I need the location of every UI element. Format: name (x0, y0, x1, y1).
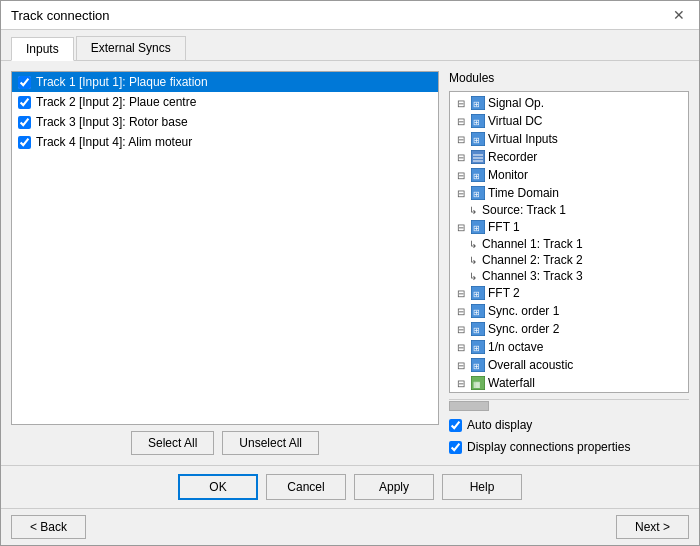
expand-icon[interactable]: ⊟ (454, 222, 468, 233)
module-icon-recorder (470, 149, 486, 165)
display-connections-row: Display connections properties (449, 439, 689, 455)
left-panel: Track 1 [Input 1]: Plaque fixation Track… (11, 71, 439, 455)
title-bar: Track connection ✕ (1, 1, 699, 30)
expand-icon[interactable]: ⊟ (454, 378, 468, 389)
auto-display-row: Auto display (449, 417, 689, 433)
svg-text:⊞: ⊞ (473, 344, 480, 353)
svg-text:⊞: ⊞ (473, 100, 480, 109)
ok-button[interactable]: OK (178, 474, 258, 500)
module-label-waterfall: Waterfall (488, 376, 535, 390)
display-connections-checkbox[interactable] (449, 441, 462, 454)
apply-button[interactable]: Apply (354, 474, 434, 500)
svg-text:▦: ▦ (473, 380, 481, 389)
track-checkbox-3[interactable] (18, 116, 31, 129)
auto-display-label: Auto display (467, 418, 532, 432)
close-button[interactable]: ✕ (669, 7, 689, 23)
svg-text:⊞: ⊞ (473, 308, 480, 317)
expand-icon[interactable]: ⊟ (454, 324, 468, 335)
track-checkbox-1[interactable] (18, 76, 31, 89)
track-item-1[interactable]: Track 1 [Input 1]: Plaque fixation (12, 72, 438, 92)
module-label-virtual-inputs: Virtual Inputs (488, 132, 558, 146)
tree-item-channel2-track2[interactable]: ↳ Channel 2: Track 2 (452, 252, 686, 268)
track-label-4: Track 4 [Input 4]: Alim moteur (36, 135, 192, 149)
modules-tree[interactable]: ⊟ ⊞ Signal Op. ⊟ ⊞ Virtual DC ⊟ ⊞ Virtua… (449, 91, 689, 393)
help-button[interactable]: Help (442, 474, 522, 500)
tree-item-channel3-track3[interactable]: ↳ Channel 3: Track 3 (452, 268, 686, 284)
track-list[interactable]: Track 1 [Input 1]: Plaque fixation Track… (11, 71, 439, 425)
next-button[interactable]: Next > (616, 515, 689, 539)
back-button[interactable]: < Back (11, 515, 86, 539)
svg-rect-6 (471, 150, 485, 164)
module-label-sync2: Sync. order 2 (488, 322, 559, 336)
unselect-all-button[interactable]: Unselect All (222, 431, 319, 455)
svg-text:⊞: ⊞ (473, 326, 480, 335)
module-label-virtual-dc: Virtual DC (488, 114, 542, 128)
track-checkbox-2[interactable] (18, 96, 31, 109)
module-label-time-domain: Time Domain (488, 186, 559, 200)
scrollbar-thumb[interactable] (449, 401, 489, 411)
expand-icon[interactable]: ⊟ (454, 98, 468, 109)
arrow-icon: ↳ (466, 239, 480, 250)
tree-item-octave[interactable]: ⊟ ⊞ 1/n octave (452, 338, 686, 356)
expand-icon[interactable]: ⊟ (454, 360, 468, 371)
svg-text:⊞: ⊞ (473, 362, 480, 371)
tree-item-overall-acoustic[interactable]: ⊟ ⊞ Overall acoustic (452, 356, 686, 374)
expand-icon[interactable]: ⊟ (454, 306, 468, 317)
track-action-buttons: Select All Unselect All (11, 431, 439, 455)
bottom-buttons: OK Cancel Apply Help (1, 465, 699, 508)
tabs-bar: Inputs External Syncs (1, 30, 699, 61)
main-content: Track 1 [Input 1]: Plaque fixation Track… (1, 61, 699, 465)
tree-item-waterfall[interactable]: ⊟ ▦ Waterfall (452, 374, 686, 392)
module-label-sync1: Sync. order 1 (488, 304, 559, 318)
tree-item-fft2[interactable]: ⊟ ⊞ FFT 2 (452, 284, 686, 302)
module-icon-fft2: ⊞ (470, 285, 486, 301)
module-icon-fft1: ⊞ (470, 219, 486, 235)
tab-inputs[interactable]: Inputs (11, 37, 74, 61)
module-label-monitor: Monitor (488, 168, 528, 182)
svg-text:⊞: ⊞ (473, 224, 480, 233)
cancel-button[interactable]: Cancel (266, 474, 346, 500)
tree-item-channel1-track1[interactable]: ↳ Channel 1: Track 1 (452, 236, 686, 252)
tree-label-channel2: Channel 2: Track 2 (482, 253, 583, 267)
expand-icon[interactable]: ⊟ (454, 170, 468, 181)
tree-item-monitor[interactable]: ⊟ ⊞ Monitor (452, 166, 686, 184)
track-item-3[interactable]: Track 3 [Input 3]: Rotor base (12, 112, 438, 132)
tree-item-source-track1[interactable]: ↳ Source: Track 1 (452, 202, 686, 218)
display-connections-label: Display connections properties (467, 440, 630, 454)
tree-item-sync-order2[interactable]: ⊟ ⊞ Sync. order 2 (452, 320, 686, 338)
arrow-icon: ↳ (466, 271, 480, 282)
expand-icon[interactable]: ⊟ (454, 116, 468, 127)
track-checkbox-4[interactable] (18, 136, 31, 149)
expand-icon[interactable]: ⊟ (454, 342, 468, 353)
svg-text:⊞: ⊞ (473, 136, 480, 145)
module-icon-monitor: ⊞ (470, 167, 486, 183)
tree-label-source-track1: Source: Track 1 (482, 203, 566, 217)
track-label-3: Track 3 [Input 3]: Rotor base (36, 115, 188, 129)
tree-item-signal-op[interactable]: ⊟ ⊞ Signal Op. (452, 94, 686, 112)
tree-item-time-domain[interactable]: ⊟ ⊞ Time Domain (452, 184, 686, 202)
module-icon-octave: ⊞ (470, 339, 486, 355)
expand-icon[interactable]: ⊟ (454, 188, 468, 199)
select-all-button[interactable]: Select All (131, 431, 214, 455)
svg-text:⊞: ⊞ (473, 172, 480, 181)
tree-label-channel1: Channel 1: Track 1 (482, 237, 583, 251)
tree-item-virtual-dc[interactable]: ⊟ ⊞ Virtual DC (452, 112, 686, 130)
horizontal-scrollbar[interactable] (449, 399, 689, 411)
expand-icon[interactable]: ⊟ (454, 152, 468, 163)
module-label-octave: 1/n octave (488, 340, 543, 354)
tree-item-recorder[interactable]: ⊟ Recorder (452, 148, 686, 166)
tree-item-sync-order1[interactable]: ⊟ ⊞ Sync. order 1 (452, 302, 686, 320)
module-icon-virtual-inputs: ⊞ (470, 131, 486, 147)
expand-icon[interactable]: ⊟ (454, 288, 468, 299)
track-item-2[interactable]: Track 2 [Input 2]: Plaue centre (12, 92, 438, 112)
tree-item-fft1[interactable]: ⊟ ⊞ FFT 1 (452, 218, 686, 236)
module-label-fft1: FFT 1 (488, 220, 520, 234)
track-item-4[interactable]: Track 4 [Input 4]: Alim moteur (12, 132, 438, 152)
module-icon-sync1: ⊞ (470, 303, 486, 319)
module-icon-sync2: ⊞ (470, 321, 486, 337)
auto-display-checkbox[interactable] (449, 419, 462, 432)
module-icon-time-domain: ⊞ (470, 185, 486, 201)
tree-item-virtual-inputs[interactable]: ⊟ ⊞ Virtual Inputs (452, 130, 686, 148)
tab-external-syncs[interactable]: External Syncs (76, 36, 186, 60)
expand-icon[interactable]: ⊟ (454, 134, 468, 145)
